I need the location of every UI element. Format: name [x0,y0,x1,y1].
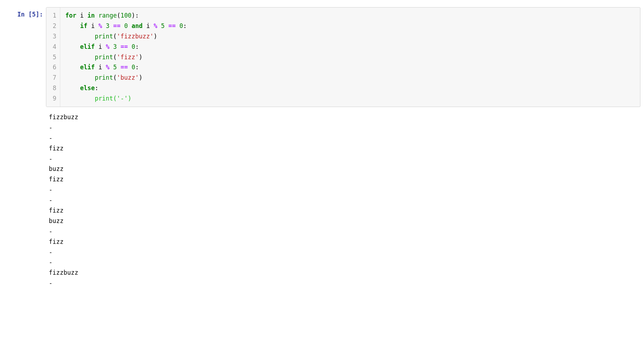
code-line[interactable]: if i % 3 == 0 and i % 5 == 0: [65,21,187,31]
line-number: 1 [51,10,56,21]
code-line[interactable]: print('-') [65,93,187,104]
code-line[interactable]: else: [65,83,187,93]
line-number: 3 [51,31,56,42]
code-editor[interactable]: 123456789 for i in range(100): if i % 3 … [46,7,640,107]
code-line[interactable]: print('fizzbuzz') [65,31,187,42]
line-number: 2 [51,21,56,31]
code-line[interactable]: print('buzz') [65,73,187,83]
code-line[interactable]: print('fizz') [65,52,187,62]
prompt-in-label: In [17,11,24,18]
line-number: 7 [51,73,56,83]
cell-output: fizzbuzz - - fizz - buzz fizz - - fizz b… [46,109,640,288]
prompt-number: 5 [32,11,36,18]
code-line[interactable]: elif i % 3 == 0: [65,42,187,52]
code-line[interactable]: for i in range(100): [65,10,187,21]
output-row: fizzbuzz - - fizz - buzz fizz - - fizz b… [0,107,644,288]
line-number: 9 [51,93,56,104]
input-prompt: In [5]: [4,7,46,18]
line-number: 6 [51,62,56,73]
line-number: 4 [51,42,56,52]
code-body[interactable]: for i in range(100): if i % 3 == 0 and i… [60,8,192,107]
line-number: 5 [51,52,56,62]
line-number: 8 [51,83,56,93]
line-number-gutter: 123456789 [46,8,60,107]
code-line[interactable]: elif i % 5 == 0: [65,62,187,73]
code-cell: In [5]: 123456789 for i in range(100): i… [0,0,644,107]
